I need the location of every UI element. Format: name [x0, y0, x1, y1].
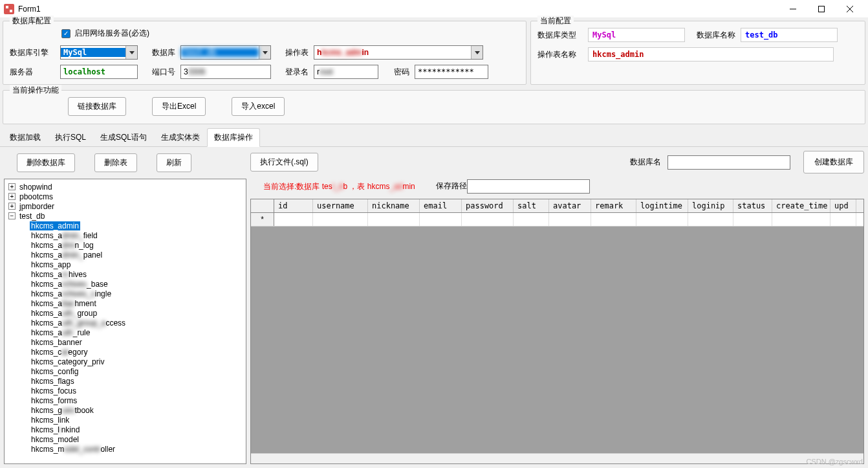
grid-body[interactable]: *	[251, 213, 863, 453]
import-excel-button[interactable]: 导入excel	[232, 97, 285, 116]
enable-network-checkbox[interactable]	[61, 29, 71, 38]
close-button[interactable]	[836, 1, 864, 17]
op-table-combo[interactable]: hkcms_admin	[314, 45, 483, 60]
grid-header: idusernamenicknameemailpasswordsaltavata…	[251, 199, 863, 213]
tree-node[interactable]: hkcms_admin_field	[6, 230, 244, 240]
grid-column-remark[interactable]: remark	[591, 199, 636, 212]
tree-node[interactable]: hkcms_auth_rule	[6, 328, 244, 337]
grid-column-nickname[interactable]: nickname	[368, 199, 420, 212]
create-db-button[interactable]: 创建数据库	[803, 151, 864, 173]
left-panel: 删除数据库 删除表 刷新 +shopwind+pbootcms+jpmborde…	[4, 151, 246, 464]
tree-node[interactable]: hkcms_auth_group_access	[6, 318, 244, 328]
database-combo[interactable]: test_db	[180, 45, 271, 60]
db-tree[interactable]: +shopwind+pbootcms+jpmborder−test_dbhkcm…	[4, 179, 246, 464]
tree-node[interactable]: hkcms_archives	[6, 269, 244, 279]
grid-cell[interactable]	[462, 213, 514, 226]
grid-cell[interactable]	[274, 213, 313, 226]
export-excel-button[interactable]: 导出Excel	[152, 97, 206, 116]
exec-sql-file-button[interactable]: 执行文件(.sql)	[250, 153, 318, 172]
tab-gen_sql[interactable]: 生成SQL语句	[93, 128, 154, 147]
tree-node[interactable]: hkcms_attachment	[6, 298, 244, 308]
grid-column-id[interactable]: id	[274, 199, 313, 212]
tree-node[interactable]: hkcms_config	[6, 366, 244, 376]
tab-load[interactable]: 数据加载	[3, 128, 48, 147]
login-input[interactable]: rroot	[314, 65, 378, 79]
delete-table-button[interactable]: 删除表	[94, 153, 137, 172]
grid-cell[interactable]	[636, 213, 688, 226]
delete-db-button[interactable]: 删除数据库	[17, 153, 75, 172]
chevron-down-icon	[471, 46, 483, 59]
grid-cell[interactable]	[733, 213, 772, 226]
tree-node[interactable]: hkcms_archives_base	[6, 279, 244, 289]
tree-node[interactable]: hkcms_banner	[6, 337, 244, 347]
grid-cell[interactable]	[830, 213, 856, 226]
tab-db_ops[interactable]: 数据库操作	[207, 128, 260, 147]
tree-node[interactable]: −test_db	[6, 211, 244, 221]
grid-cell[interactable]	[368, 213, 420, 226]
grid-column-password[interactable]: password	[462, 199, 514, 212]
grid-new-row[interactable]: *	[251, 213, 863, 227]
tree-node[interactable]: hkcms_focus	[6, 386, 244, 396]
tab-exec[interactable]: 执行SQL	[48, 128, 93, 147]
grid-cell[interactable]	[420, 213, 462, 226]
refresh-button[interactable]: 刷新	[157, 153, 191, 172]
grid-column-status[interactable]: status	[733, 199, 772, 212]
grid-cell[interactable]	[688, 213, 733, 226]
grid-column-email[interactable]: email	[420, 199, 462, 212]
tree-node[interactable]: +jpmborder	[6, 201, 244, 211]
tree-node[interactable]: hkcms_archives_single	[6, 289, 244, 298]
db-name-input[interactable]	[667, 155, 790, 170]
current-selection-text: 当前选择:数据库 test_db ，表 hkcms_admin	[250, 177, 428, 195]
content-area: 删除数据库 删除表 刷新 +shopwind+pbootcms+jpmborde…	[0, 147, 868, 468]
tree-node[interactable]: hkcms_auth_group	[6, 308, 244, 318]
grid-cell[interactable]	[591, 213, 636, 226]
svg-rect-1	[819, 6, 825, 12]
collapse-icon[interactable]: −	[8, 212, 16, 219]
password-input[interactable]: ************	[415, 65, 488, 79]
grid-cell[interactable]	[549, 213, 591, 226]
tab-gen_entity[interactable]: 生成实体类	[154, 128, 207, 147]
connect-db-button[interactable]: 链接数据库	[68, 97, 126, 116]
grid-cell[interactable]	[313, 213, 368, 226]
tree-node[interactable]: hkcms_guestbook	[6, 405, 244, 415]
tree-node[interactable]: hkcms_category_priv	[6, 357, 244, 366]
tree-node[interactable]: hkcms_model	[6, 434, 244, 444]
grid-column-update_time[interactable]: upd	[830, 199, 856, 212]
table-name-r-value: hkcms_admin	[588, 47, 834, 61]
expand-icon[interactable]: +	[8, 183, 16, 190]
maximize-button[interactable]	[807, 1, 836, 17]
data-grid[interactable]: idusernamenicknameemailpasswordsaltavata…	[250, 199, 864, 464]
grid-column-logintime[interactable]: logintime	[636, 199, 688, 212]
grid-column-avatar[interactable]: avatar	[549, 199, 591, 212]
tree-node[interactable]: hkcms_link	[6, 415, 244, 425]
tree-node[interactable]: +pbootcms	[6, 192, 244, 201]
grid-horizontal-scrollbar[interactable]	[251, 453, 863, 463]
port-input[interactable]: 33306	[180, 65, 271, 79]
expand-icon[interactable]: +	[8, 193, 16, 200]
grid-column-salt[interactable]: salt	[514, 199, 549, 212]
tree-node[interactable]: hkcms_admin_panel	[6, 250, 244, 260]
tree-node[interactable]: hkcms_admin_log	[6, 240, 244, 250]
tree-node[interactable]: hkcms_model_controller	[6, 444, 244, 454]
tree-node-label: hkcms_archives_single	[30, 289, 113, 298]
tree-node[interactable]: hkcms_app	[6, 260, 244, 269]
grid-column-username[interactable]: username	[313, 199, 368, 212]
save-path-input[interactable]	[467, 179, 590, 194]
server-input[interactable]: localhost	[60, 65, 138, 79]
grid-cell[interactable]	[772, 213, 830, 226]
tree-node[interactable]: hkcms_category	[6, 347, 244, 357]
db-engine-label: 数据库引擎	[10, 47, 55, 58]
tree-node[interactable]: +shopwind	[6, 182, 244, 192]
db-engine-combo[interactable]: MySql	[60, 45, 138, 60]
titlebar: Form1	[0, 0, 868, 18]
tree-node[interactable]: hkcms_linkind	[6, 425, 244, 434]
minimize-button[interactable]	[779, 1, 807, 17]
grid-column-loginip[interactable]: loginip	[688, 199, 733, 212]
tree-node[interactable]: hkcms_flags	[6, 376, 244, 386]
tree-node-label: jpmborder	[18, 202, 56, 211]
tree-node[interactable]: hkcms_admin	[6, 221, 244, 230]
grid-cell[interactable]	[514, 213, 549, 226]
tree-node[interactable]: hkcms_forms	[6, 396, 244, 405]
expand-icon[interactable]: +	[8, 203, 16, 210]
grid-column-create_time[interactable]: create_time	[772, 199, 830, 212]
